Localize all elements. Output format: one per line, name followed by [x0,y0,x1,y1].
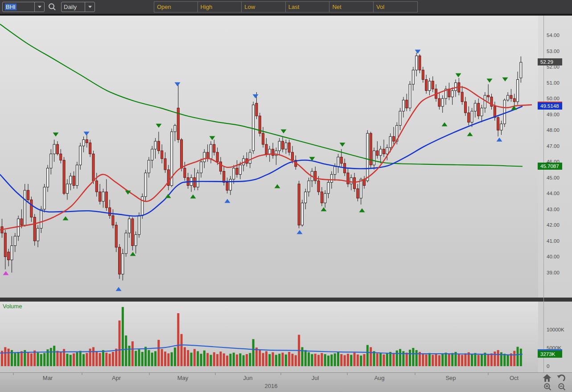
timeframe-dropdown-button[interactable] [85,2,95,12]
chart-nav-controls [542,374,570,392]
symbol-dropdown-button[interactable] [34,2,44,12]
quote-field-open: Open [154,1,198,12]
pane-divider[interactable] [0,298,572,302]
quote-field-row: OpenHighLowLastNetVol [154,1,418,12]
quote-field-high: High [198,1,242,12]
quote-field-last: Last [286,1,330,12]
home-icon[interactable] [542,374,552,382]
quote-field-net: Net [329,1,374,12]
quote-field-vol: Vol [374,1,418,12]
undo-icon[interactable] [556,374,566,382]
zoom-out-icon[interactable] [557,383,567,391]
chevron-down-icon [88,6,92,8]
charting-app: { "toolbar": { "symbol_value": "BHI", "t… [0,0,572,392]
toolbar: BHI Daily OpenHighLowLastNetVol [0,0,572,14]
price-chart-surface[interactable] [0,16,572,298]
zoom-in-icon[interactable] [543,383,553,391]
toolbar-divider [0,14,572,16]
last-price-tag: 52.29 [538,58,562,65]
symbol-input[interactable]: BHI [2,2,45,12]
search-icon[interactable] [47,2,57,12]
volume-chart-surface[interactable] [0,302,572,372]
quote-field-low: Low [242,1,286,12]
green-ma-price-tag: 45.7087 [538,163,562,170]
volume-pane-label: Volume [3,303,22,310]
blue-ma-price-tag: 49.5148 [538,102,562,110]
chevron-down-icon [38,6,41,8]
volume-value-tag: 3273K [538,349,562,358]
timeframe-value: Daily [62,4,85,10]
price-axis[interactable] [538,16,572,372]
time-axis[interactable] [0,372,572,392]
symbol-value[interactable]: BHI [5,4,16,10]
timeframe-select[interactable]: Daily [61,2,95,12]
